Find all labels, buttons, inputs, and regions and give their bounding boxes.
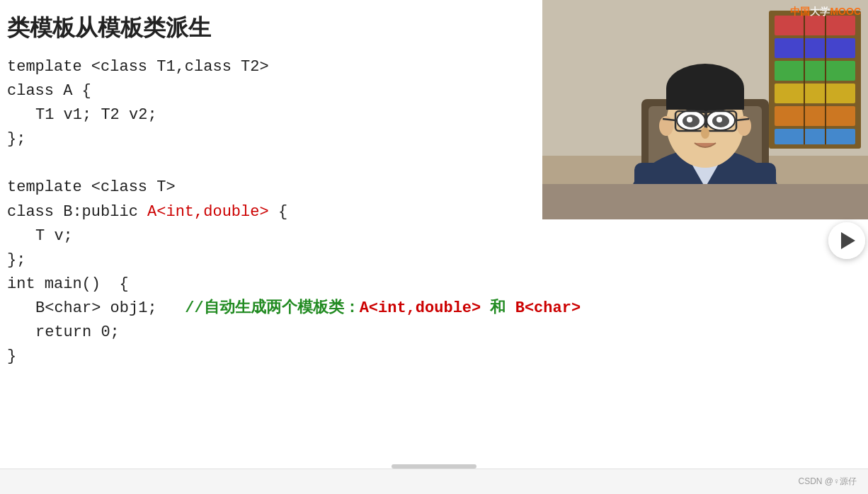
code-line-9: int main() {: [7, 272, 854, 297]
code-line-8: };: [7, 248, 854, 272]
svg-point-26: [687, 117, 692, 122]
svg-rect-3: [775, 16, 855, 35]
main-container: 类模板从模板类派生 template <class T1,class T2> c…: [0, 0, 868, 494]
video-inner: 中国大学MOOC: [542, 0, 868, 219]
code-line-11: return 0;: [7, 321, 854, 345]
code-highlight-1: A<int,double>: [147, 203, 269, 221]
svg-rect-7: [775, 106, 855, 126]
scroll-hint-bar: [392, 464, 476, 469]
svg-point-31: [701, 127, 709, 139]
code-comment: //自动生成两个模板类：A<int,double> 和 B<char>: [185, 299, 581, 317]
mooc-logo: 中国大学MOOC: [790, 6, 861, 18]
svg-rect-4: [775, 38, 855, 58]
code-highlight-2: A<int,double>: [360, 299, 481, 317]
video-panel: 中国大学MOOC: [542, 0, 868, 219]
svg-rect-6: [775, 84, 855, 103]
svg-rect-8: [775, 129, 855, 144]
code-line-7: T v;: [7, 224, 854, 248]
svg-point-27: [716, 117, 722, 122]
svg-rect-19: [666, 88, 744, 110]
mooc-logo-text: 中国大学MOOC: [790, 6, 861, 17]
play-button[interactable]: [828, 222, 865, 259]
code-line-12: }: [7, 345, 854, 369]
svg-rect-34: [542, 184, 868, 219]
svg-rect-5: [775, 61, 855, 81]
code-highlight-3: B<char>: [515, 299, 581, 317]
play-icon: [841, 232, 855, 249]
bottom-bar: CSDN @♀源仔: [0, 469, 868, 494]
csdn-label: CSDN @♀源仔: [798, 476, 857, 488]
video-svg: [542, 0, 868, 219]
code-line-10: B<char> obj1; //自动生成两个模板类：A<int,double> …: [7, 297, 854, 321]
play-button-area[interactable]: [826, 219, 868, 262]
